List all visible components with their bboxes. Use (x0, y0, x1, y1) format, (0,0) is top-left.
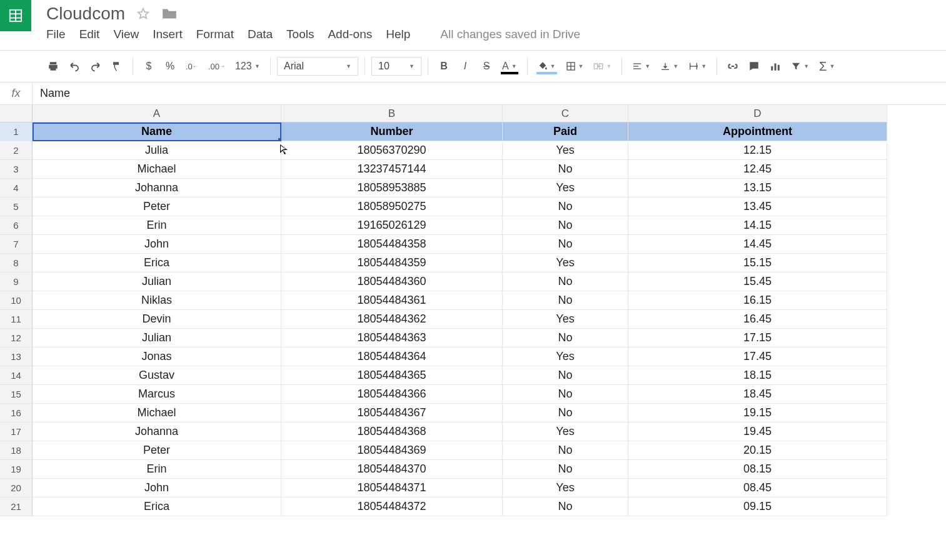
cell[interactable]: 18054484371 (281, 479, 503, 498)
cell[interactable]: No (503, 216, 628, 235)
select-all-corner[interactable] (0, 105, 33, 122)
cell[interactable]: 18054484361 (281, 291, 503, 310)
cell[interactable]: No (503, 460, 628, 479)
vertical-align-button[interactable]: ▼ (657, 57, 682, 76)
cell[interactable]: John (33, 235, 281, 254)
borders-button[interactable]: ▼ (562, 57, 588, 76)
insert-comment-icon[interactable] (745, 57, 763, 76)
menu-edit[interactable]: Edit (79, 28, 100, 41)
italic-button[interactable]: I (456, 57, 475, 76)
insert-chart-icon[interactable] (766, 57, 785, 76)
merge-cells-button[interactable]: ▼ (590, 57, 615, 76)
row-header[interactable]: 4 (0, 179, 33, 198)
cell[interactable]: 18054484360 (281, 272, 503, 291)
cell[interactable]: 17.45 (628, 348, 887, 366)
cell[interactable]: 18054484363 (281, 329, 503, 348)
cell[interactable]: Michael (33, 404, 281, 422)
menu-view[interactable]: View (113, 28, 139, 41)
column-header[interactable]: B (281, 105, 503, 122)
cell[interactable]: Number (281, 122, 503, 141)
row-header[interactable]: 5 (0, 198, 33, 216)
cell[interactable]: No (503, 160, 628, 179)
strikethrough-button[interactable]: S (477, 57, 496, 76)
formula-input[interactable] (33, 82, 946, 104)
cell[interactable]: Appointment (628, 122, 887, 141)
cell[interactable]: 14.45 (628, 235, 887, 254)
cell[interactable]: Yes (503, 348, 628, 366)
cell[interactable]: Julian (33, 272, 281, 291)
fill-color-button[interactable]: ▼ (534, 57, 560, 76)
column-header[interactable]: C (503, 105, 628, 122)
percent-button[interactable]: % (161, 57, 179, 76)
folder-icon[interactable] (161, 7, 178, 21)
cell[interactable]: Devin (33, 310, 281, 329)
row-header[interactable]: 10 (0, 291, 33, 310)
cell[interactable]: 13.45 (628, 198, 887, 216)
sheets-logo-icon[interactable] (0, 0, 31, 31)
row-header[interactable]: 21 (0, 498, 33, 516)
cell[interactable]: Yes (503, 254, 628, 272)
insert-link-icon[interactable] (723, 57, 742, 76)
cell[interactable]: 13.15 (628, 179, 887, 198)
menu-help[interactable]: Help (386, 28, 410, 41)
cell[interactable]: 18054484364 (281, 348, 503, 366)
cell[interactable]: Peter (33, 441, 281, 460)
cell[interactable]: 18054484369 (281, 441, 503, 460)
cell[interactable]: Marcus (33, 385, 281, 404)
cell[interactable]: Yes (503, 479, 628, 498)
cell[interactable]: No (503, 272, 628, 291)
fill-handle[interactable] (278, 138, 281, 141)
row-header[interactable]: 13 (0, 348, 33, 366)
decrease-decimal-icon[interactable]: .0← (182, 57, 202, 76)
paint-format-icon[interactable] (108, 57, 126, 76)
cell[interactable]: Julian (33, 329, 281, 348)
row-header[interactable]: 12 (0, 329, 33, 348)
cell[interactable]: Yes (503, 141, 628, 160)
menu-format[interactable]: Format (196, 28, 234, 41)
row-header[interactable]: 3 (0, 160, 33, 179)
cell[interactable]: 18058950275 (281, 198, 503, 216)
menu-file[interactable]: File (46, 28, 66, 41)
horizontal-align-button[interactable]: ▼ (628, 57, 654, 76)
column-header[interactable]: D (628, 105, 887, 122)
cell[interactable]: Yes (503, 310, 628, 329)
cell[interactable]: John (33, 479, 281, 498)
row-header[interactable]: 18 (0, 441, 33, 460)
cell[interactable]: 08.45 (628, 479, 887, 498)
cell[interactable]: No (503, 404, 628, 422)
cell[interactable]: Johanna (33, 422, 281, 441)
cell[interactable]: 18054484366 (281, 385, 503, 404)
cell[interactable]: 19165026129 (281, 216, 503, 235)
cell[interactable]: Johanna (33, 179, 281, 198)
row-header[interactable]: 19 (0, 460, 33, 479)
cell[interactable]: Yes (503, 179, 628, 198)
cell[interactable]: Julia (33, 141, 281, 160)
cell[interactable]: Yes (503, 422, 628, 441)
row-header[interactable]: 7 (0, 235, 33, 254)
cell[interactable]: Erica (33, 498, 281, 516)
cell[interactable]: Paid (503, 122, 628, 141)
font-family-select[interactable]: Arial▼ (277, 57, 358, 76)
cell[interactable]: 18054484368 (281, 422, 503, 441)
currency-button[interactable]: $ (139, 57, 158, 76)
cell[interactable]: 18054484362 (281, 310, 503, 329)
cell[interactable]: 16.15 (628, 291, 887, 310)
row-header[interactable]: 17 (0, 422, 33, 441)
cell[interactable]: Jonas (33, 348, 281, 366)
cell[interactable]: 08.15 (628, 460, 887, 479)
cell[interactable]: 18058953885 (281, 179, 503, 198)
cell[interactable]: 19.45 (628, 422, 887, 441)
cell[interactable]: No (503, 441, 628, 460)
menu-insert[interactable]: Insert (153, 28, 183, 41)
row-header[interactable]: 15 (0, 385, 33, 404)
cell[interactable]: 18054484359 (281, 254, 503, 272)
column-header[interactable]: A (33, 105, 281, 122)
row-header[interactable]: 11 (0, 310, 33, 329)
font-size-select[interactable]: 10▼ (371, 57, 421, 76)
bold-button[interactable]: B (435, 57, 453, 76)
row-header[interactable]: 2 (0, 141, 33, 160)
row-header[interactable]: 20 (0, 479, 33, 498)
cell[interactable]: 18054484372 (281, 498, 503, 516)
cell[interactable]: No (503, 198, 628, 216)
undo-icon[interactable] (65, 57, 84, 76)
